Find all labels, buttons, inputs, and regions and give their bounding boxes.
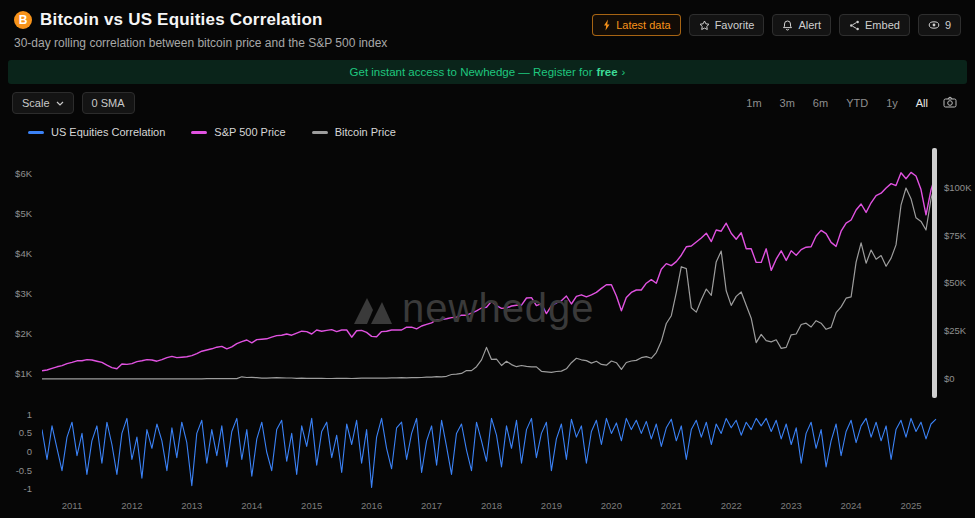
chart-region: $6K$5K$4K$3K$2K$1K $100K$75K$50K$25K$0 n… [0, 146, 975, 514]
axis-label: $5K [15, 208, 32, 219]
legend-swatch-0 [28, 131, 44, 134]
x-axis-label: 2014 [236, 500, 268, 511]
banner-text: Get instant access to Newhedge — Registe… [350, 66, 593, 78]
screenshot-button[interactable] [939, 94, 961, 113]
views-count: 9 [945, 19, 951, 31]
axis-label: $6K [15, 168, 32, 179]
price-right-axis: $100K$75K$50K$25K$0 [938, 146, 975, 398]
bell-icon [782, 20, 793, 31]
axis-label: $1K [15, 368, 32, 379]
eye-icon [928, 20, 940, 30]
sma-button[interactable]: 0 SMA [82, 92, 135, 114]
axis-label: $4K [15, 248, 32, 259]
latest-data-label: Latest data [616, 19, 670, 31]
axis-label: $50K [944, 277, 966, 288]
axis-label: $75K [944, 230, 966, 241]
legend-label-2: Bitcoin Price [335, 126, 396, 138]
timeframe-6m[interactable]: 6m [806, 94, 835, 112]
x-axis-label: 2023 [775, 500, 807, 511]
chart-legend: US Equities Correlation S&P 500 Price Bi… [0, 114, 975, 138]
page-title: Bitcoin vs US Equities Correlation [40, 10, 323, 30]
x-axis-label: 2011 [56, 500, 88, 511]
embed-button[interactable]: Embed [839, 14, 910, 36]
axis-label: -0.5 [16, 465, 32, 476]
x-axis-labels: 2011201220132014201520162017201820192020… [0, 500, 975, 514]
x-axis-label: 2022 [715, 500, 747, 511]
series-S&P 500 Price [42, 172, 936, 370]
x-axis-label: 2015 [296, 500, 328, 511]
legend-item-sp500-price[interactable]: S&P 500 Price [191, 126, 285, 138]
timeframe-all[interactable]: All [909, 94, 935, 112]
chart-scrollbar[interactable] [932, 148, 937, 398]
x-axis-label: 2013 [176, 500, 208, 511]
timeframe-1m[interactable]: 1m [739, 94, 768, 112]
page-subtitle: 30-day rolling correlation between bitco… [14, 36, 387, 50]
sma-label: 0 SMA [92, 97, 125, 109]
axis-label: 0.5 [19, 427, 32, 438]
axis-label: $2K [15, 328, 32, 339]
views-button[interactable]: 9 [918, 14, 961, 36]
x-axis-label: 2020 [595, 500, 627, 511]
legend-item-us-equities-correlation[interactable]: US Equities Correlation [28, 126, 165, 138]
correlation-left-axis: 10.50-0.5-1 [0, 408, 40, 496]
axis-label: $0 [944, 373, 955, 384]
embed-label: Embed [865, 19, 900, 31]
axis-label: $3K [15, 288, 32, 299]
alert-label: Alert [798, 19, 821, 31]
x-axis-label: 2018 [475, 500, 507, 511]
favorite-button[interactable]: Favorite [689, 14, 765, 36]
bitcoin-icon: B [14, 11, 32, 29]
correlation-chart-svg[interactable] [42, 408, 938, 496]
chevron-down-icon [56, 101, 64, 106]
x-axis-label: 2019 [535, 500, 567, 511]
price-left-axis: $6K$5K$4K$3K$2K$1K [0, 146, 40, 398]
timeframe-1y[interactable]: 1y [879, 94, 905, 112]
alert-button[interactable]: Alert [772, 14, 831, 36]
axis-label: 0 [27, 446, 32, 457]
camera-icon [943, 96, 957, 108]
x-axis-label: 2017 [416, 500, 448, 511]
axis-label: $25K [944, 325, 966, 336]
header: B Bitcoin vs US Equities Correlation 30-… [0, 0, 975, 56]
x-axis-label: 2016 [356, 500, 388, 511]
x-axis-label: 2024 [835, 500, 867, 511]
axis-label: -1 [24, 483, 32, 494]
series-Bitcoin Price [42, 180, 936, 379]
series-US Equities Correlation [42, 418, 936, 487]
scale-dropdown[interactable]: Scale [12, 92, 74, 114]
price-chart-svg[interactable] [42, 146, 938, 398]
favorite-label: Favorite [715, 19, 755, 31]
bolt-icon [602, 19, 611, 31]
axis-label: 1 [27, 409, 32, 420]
x-axis-label: 2025 [895, 500, 927, 511]
register-banner[interactable]: Get instant access to Newhedge — Registe… [8, 60, 967, 84]
legend-swatch-1 [191, 131, 207, 134]
legend-label-0: US Equities Correlation [51, 126, 165, 138]
x-axis-label: 2021 [655, 500, 687, 511]
scale-label: Scale [22, 97, 50, 109]
timeframe-3m[interactable]: 3m [773, 94, 802, 112]
timeframe-ytd[interactable]: YTD [839, 94, 875, 112]
header-actions: Latest data Favorite Alert Embed 9 [592, 14, 961, 36]
chart-toolbar: Scale 0 SMA 1m 3m 6m YTD 1y All [0, 84, 975, 114]
share-icon [849, 20, 860, 31]
legend-swatch-2 [312, 131, 328, 134]
latest-data-button[interactable]: Latest data [592, 14, 680, 36]
banner-highlight: free [596, 66, 617, 78]
legend-label-1: S&P 500 Price [214, 126, 285, 138]
star-icon [699, 20, 710, 31]
axis-label: $100K [944, 182, 971, 193]
banner-arrow-icon: › [622, 66, 626, 78]
x-axis-label: 2012 [116, 500, 148, 511]
legend-item-bitcoin-price[interactable]: Bitcoin Price [312, 126, 396, 138]
